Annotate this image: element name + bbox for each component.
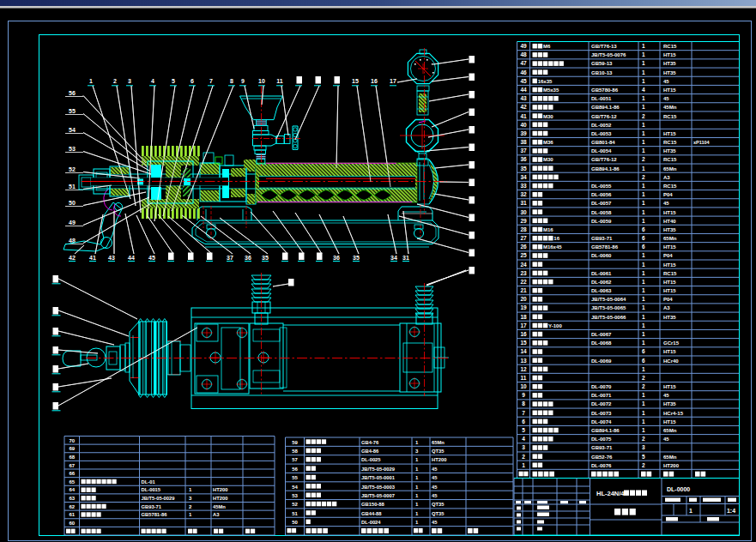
svg-text:HT15: HT15 <box>663 210 676 215</box>
svg-text:36: 36 <box>520 156 527 162</box>
svg-text:DL-0061: DL-0061 <box>591 271 612 276</box>
svg-text:4: 4 <box>522 436 525 442</box>
svg-text:JB/T5-05-0007: JB/T5-05-0007 <box>361 493 395 498</box>
svg-text:31: 31 <box>402 255 409 261</box>
svg-text:58: 58 <box>292 449 298 454</box>
svg-text:44: 44 <box>520 87 527 93</box>
svg-text:GB4-76: GB4-76 <box>361 440 379 445</box>
svg-text:7: 7 <box>209 78 213 84</box>
svg-text:55: 55 <box>292 475 298 480</box>
svg-text:35: 35 <box>520 166 527 172</box>
svg-text:18: 18 <box>520 314 527 320</box>
svg-text:DL-0073: DL-0073 <box>591 411 612 416</box>
svg-text:M30: M30 <box>543 157 553 162</box>
svg-text:45: 45 <box>432 485 438 490</box>
svg-text:GB4-86: GB4-86 <box>361 449 379 454</box>
svg-text:DL-0055: DL-0055 <box>591 184 612 189</box>
svg-text:6: 6 <box>191 78 194 84</box>
svg-text:54: 54 <box>292 485 298 490</box>
svg-text:65: 65 <box>69 479 75 485</box>
svg-text:42: 42 <box>520 104 527 110</box>
svg-text:1: 1 <box>642 279 645 285</box>
svg-text:QT35: QT35 <box>432 449 445 454</box>
svg-text:52: 52 <box>292 502 298 507</box>
svg-text:68: 68 <box>69 455 75 460</box>
svg-text:17: 17 <box>390 78 396 84</box>
svg-text:DL-0015: DL-0015 <box>142 487 161 492</box>
svg-text:46: 46 <box>520 69 527 75</box>
svg-text:DL-0057: DL-0057 <box>591 201 612 206</box>
svg-text:20: 20 <box>520 296 527 302</box>
svg-text:RC15: RC15 <box>663 140 677 145</box>
svg-text:39: 39 <box>520 130 527 136</box>
svg-text:1: 1 <box>689 508 692 514</box>
svg-text:DL-0076: DL-0076 <box>591 463 612 468</box>
svg-text:26: 26 <box>520 244 527 250</box>
svg-text:RC15: RC15 <box>663 114 677 119</box>
svg-text:10: 10 <box>520 383 527 389</box>
svg-text:63: 63 <box>69 496 75 501</box>
svg-text:A3: A3 <box>213 512 220 517</box>
svg-text:1: 1 <box>642 366 645 372</box>
svg-text:45: 45 <box>432 475 438 480</box>
svg-text:59: 59 <box>292 440 298 445</box>
svg-text:2: 2 <box>642 462 645 468</box>
svg-text:45: 45 <box>663 437 669 442</box>
svg-text:4: 4 <box>151 78 154 84</box>
svg-text:JB/T5-05-0076: JB/T5-05-0076 <box>591 52 626 57</box>
svg-text:JB/T5-05-0065: JB/T5-05-0065 <box>591 305 626 310</box>
svg-text:GB801-84: GB801-84 <box>591 140 615 145</box>
svg-text:53: 53 <box>69 146 76 152</box>
svg-text:4: 4 <box>642 87 645 93</box>
svg-text:1: 1 <box>642 139 645 145</box>
svg-text:DL-0051: DL-0051 <box>591 96 612 101</box>
svg-text:41: 41 <box>520 113 527 119</box>
svg-text:2: 2 <box>642 174 645 180</box>
svg-text:RC15: RC15 <box>663 157 677 162</box>
svg-text:1: 1 <box>642 43 645 49</box>
svg-text:23: 23 <box>520 270 527 276</box>
svg-text:9: 9 <box>241 78 245 84</box>
svg-text:48: 48 <box>69 238 76 244</box>
svg-text:2: 2 <box>642 156 645 162</box>
svg-text:HT15: HT15 <box>663 262 676 268</box>
svg-text:1: 1 <box>642 122 645 128</box>
svg-text:JB/T5-05-0001: JB/T5-05-0001 <box>361 475 396 480</box>
svg-text:GB894.1-86: GB894.1-86 <box>591 166 620 172</box>
svg-text:DL-0068: DL-0068 <box>591 340 612 346</box>
svg-text:1: 1 <box>642 419 645 425</box>
svg-text:11: 11 <box>521 375 527 381</box>
svg-text:GB93-71: GB93-71 <box>591 445 613 450</box>
svg-text:16x35: 16x35 <box>538 79 553 84</box>
svg-text:1: 1 <box>642 262 645 268</box>
svg-text:A3: A3 <box>663 305 670 310</box>
svg-text:57: 57 <box>292 457 298 462</box>
svg-text:7: 7 <box>522 410 525 416</box>
svg-text:GB93-71: GB93-71 <box>591 236 613 241</box>
svg-text:10: 10 <box>258 78 265 84</box>
svg-text:6: 6 <box>522 419 525 425</box>
svg-text:DL-0062: DL-0062 <box>591 280 612 285</box>
svg-text:65Mn: 65Mn <box>663 236 677 241</box>
svg-text:5: 5 <box>522 427 525 433</box>
svg-text:DL-0052: DL-0052 <box>591 123 612 128</box>
svg-text:45: 45 <box>520 78 527 84</box>
svg-text:52: 52 <box>69 166 76 172</box>
svg-text:GB894.1-86: GB894.1-86 <box>591 428 620 433</box>
svg-text:1: 1 <box>642 130 645 136</box>
svg-text:53: 53 <box>292 493 298 498</box>
svg-text:1: 1 <box>642 95 645 101</box>
svg-text:14: 14 <box>520 348 527 354</box>
svg-text:5: 5 <box>172 78 175 84</box>
svg-text:43: 43 <box>520 95 527 101</box>
svg-text:HT35: HT35 <box>663 401 676 406</box>
svg-text:QT35: QT35 <box>432 502 445 507</box>
svg-text:6: 6 <box>642 348 645 354</box>
svg-text:1: 1 <box>642 287 645 293</box>
svg-text:DL-0074: DL-0074 <box>591 419 612 425</box>
svg-text:DL-0053: DL-0053 <box>591 131 612 136</box>
svg-text:27: 27 <box>520 235 527 241</box>
svg-text:HT200: HT200 <box>663 463 680 468</box>
svg-text:65Mn: 65Mn <box>663 428 677 433</box>
svg-text:GB/T76-13: GB/T76-13 <box>591 44 617 49</box>
